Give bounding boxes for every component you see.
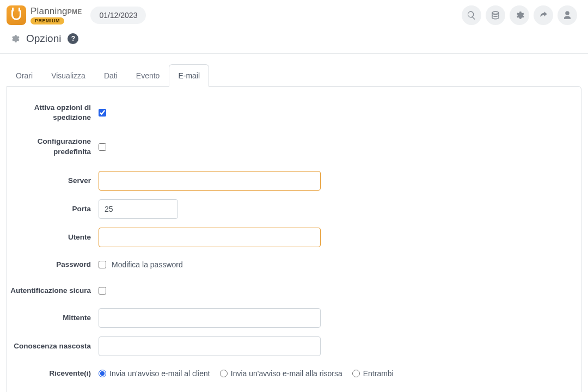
label-user: Utente [7, 232, 99, 242]
row-secure-auth: Autentificazione sicura [7, 278, 581, 304]
row-port: Porta [7, 195, 581, 223]
checkbox-change-password[interactable] [99, 261, 106, 268]
row-bcc: Conoscenza nascosta [7, 332, 581, 360]
page-title: Opzioni [26, 33, 61, 45]
row-user: Utente [7, 223, 581, 252]
help-button[interactable]: ? [68, 33, 78, 44]
label-password: Password [7, 260, 99, 270]
radio-label-client: Invia un'avviso e-mail al client [109, 369, 210, 378]
row-enable-sending: Attiva opzioni di spedizione [7, 99, 581, 127]
search-icon [467, 10, 476, 20]
row-sender: Mittente [7, 304, 581, 332]
checkbox-enable-sending[interactable] [99, 109, 106, 117]
radio-item-client[interactable]: Invia un'avviso e-mail al client [99, 369, 210, 378]
brand-name-main: Planning [30, 6, 68, 16]
radio-recipient-client[interactable] [99, 370, 106, 377]
topbar-actions [462, 5, 581, 25]
tab-orari[interactable]: Orari [7, 64, 42, 87]
radio-label-resource: Invia un'avviso e-mail alla risorsa [231, 369, 342, 378]
app-viewport[interactable]: PlanningPME PREMIUM 01/12/2023 [0, 0, 588, 392]
input-bcc[interactable] [99, 336, 321, 356]
tab-email[interactable]: E-mail [169, 64, 209, 87]
radio-item-both[interactable]: Entrambi [352, 369, 394, 378]
label-recipient: Ricevente(i) [7, 369, 99, 378]
tab-evento[interactable]: Evento [127, 64, 169, 87]
label-default-config: Configurazione predefinita [7, 137, 99, 156]
logo-mark-icon [7, 5, 26, 25]
row-recipient: Ricevente(i) Invia un'avviso e-mail al c… [7, 360, 581, 387]
label-port: Porta [7, 204, 99, 214]
settings-button[interactable] [510, 5, 529, 25]
label-secure-auth: Autentificazione sicura [7, 286, 99, 296]
radio-recipient-both[interactable] [352, 370, 360, 377]
radio-item-resource[interactable]: Invia un'avviso e-mail alla risorsa [220, 369, 342, 378]
input-user[interactable] [99, 228, 321, 247]
user-icon [562, 10, 572, 20]
radio-recipient-resource[interactable] [220, 370, 228, 377]
brand-name: PlanningPME [30, 7, 82, 16]
row-password: Password Modifica la password [7, 252, 581, 278]
row-default-config: Configurazione predefinita [7, 132, 581, 161]
logo-text: PlanningPME PREMIUM [30, 7, 82, 24]
label-change-password: Modifica la password [112, 260, 183, 269]
gear-icon [514, 10, 524, 20]
share-icon [538, 10, 548, 20]
tab-visualizza[interactable]: Visualizza [42, 64, 95, 87]
gear-icon [10, 34, 20, 44]
label-enable-sending: Attiva opzioni di spedizione [7, 103, 99, 122]
row-server: Server [7, 167, 581, 195]
input-port[interactable] [99, 199, 178, 219]
email-panel: Attiva opzioni di spedizione Configurazi… [7, 86, 581, 392]
database-button[interactable] [486, 5, 505, 25]
brand-name-suffix: PME [68, 8, 82, 16]
tabs: Orari Visualizza Dati Evento E-mail [0, 64, 588, 86]
checkbox-default-config[interactable] [99, 143, 106, 151]
input-server[interactable] [99, 171, 321, 191]
checkbox-secure-auth[interactable] [99, 287, 106, 295]
user-button[interactable] [558, 5, 577, 25]
share-button[interactable] [534, 5, 553, 25]
app-logo: PlanningPME PREMIUM [7, 5, 82, 25]
tab-dati[interactable]: Dati [95, 64, 127, 87]
search-button[interactable] [462, 5, 481, 25]
brand-tier-badge: PREMIUM [30, 17, 64, 24]
label-sender: Mittente [7, 313, 99, 323]
database-icon [491, 10, 500, 20]
page-header: Opzioni ? [0, 29, 588, 53]
topbar: PlanningPME PREMIUM 01/12/2023 [0, 0, 588, 29]
radio-label-both: Entrambi [363, 369, 394, 378]
label-bcc: Conoscenza nascosta [7, 341, 99, 351]
label-server: Server [7, 176, 99, 186]
date-picker[interactable]: 01/12/2023 [90, 7, 146, 24]
input-sender[interactable] [99, 308, 321, 328]
divider [0, 53, 588, 54]
